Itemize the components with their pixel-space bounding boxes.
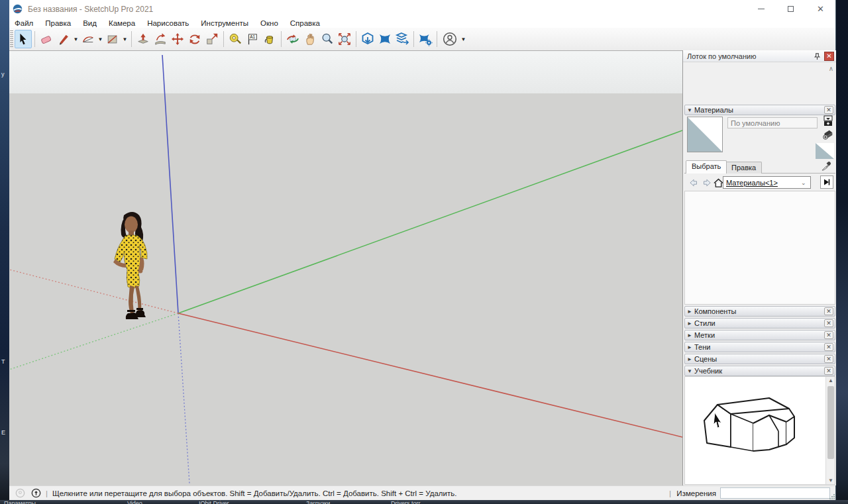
resize-grip[interactable]	[829, 494, 835, 499]
credits-info-icon[interactable]	[30, 488, 41, 499]
push-pull-tool-button[interactable]	[134, 30, 152, 48]
section-components[interactable]: ► Компоненты ✕	[684, 306, 835, 317]
materials-collection-combobox[interactable]: Материалы<1> ⌄	[723, 176, 811, 189]
rectangle-tool-dropdown[interactable]: ▼	[121, 30, 129, 48]
line-tool-dropdown[interactable]: ▼	[72, 30, 80, 48]
toolbar-separator	[131, 31, 132, 47]
viewport-canvas	[9, 51, 682, 485]
eyedropper-icon[interactable]	[822, 161, 831, 172]
taskbar-item[interactable]: Параметры	[4, 500, 36, 504]
account-button[interactable]	[440, 30, 460, 48]
section-close-button[interactable]: ✕	[824, 343, 833, 351]
taskbar-item[interactable]: Drivers.torr...	[391, 500, 425, 504]
extension-manager-button[interactable]	[417, 30, 434, 48]
measurements-input[interactable]	[720, 487, 830, 499]
menu-file[interactable]: Файл	[9, 19, 39, 27]
section-close-button[interactable]: ✕	[824, 355, 833, 363]
line-tool-button[interactable]	[55, 30, 72, 48]
material-preview[interactable]	[687, 117, 723, 152]
section-close-button[interactable]: ✕	[824, 307, 833, 315]
section-close-button[interactable]: ✕	[824, 319, 833, 327]
forward-arrow-icon[interactable]	[700, 177, 712, 189]
orbit-tool-button[interactable]	[284, 30, 301, 48]
text-tool-button[interactable]: A1	[244, 30, 261, 48]
combobox-value: Материалы<1>	[723, 179, 801, 187]
zoom-tool-button[interactable]	[319, 30, 336, 48]
arc-tool-dropdown[interactable]: ▼	[97, 30, 104, 48]
scroll-down-arrow-icon[interactable]: ▼	[826, 478, 835, 483]
eraser-tool-button[interactable]	[38, 30, 55, 48]
follow-me-tool-button[interactable]	[152, 30, 169, 48]
instructor-content: ▲ ▼	[684, 376, 835, 485]
tab-edit[interactable]: Правка	[725, 162, 762, 174]
send-to-layout-button[interactable]	[394, 30, 411, 48]
menu-edit[interactable]: Правка	[39, 19, 77, 27]
panel-scroll-up-icon[interactable]: ∧	[829, 65, 833, 72]
section-shadows[interactable]: ► Тени ✕	[684, 342, 835, 352]
section-styles[interactable]: ► Стили ✕	[684, 318, 835, 328]
move-tool-button[interactable]	[169, 30, 186, 48]
section-close-button[interactable]: ✕	[824, 106, 833, 114]
section-label: Сцены	[694, 355, 717, 363]
scale-tool-button[interactable]	[203, 30, 221, 48]
section-label: Тени	[694, 343, 710, 351]
details-arrow-button[interactable]	[820, 176, 833, 189]
select-tool-button[interactable]	[15, 30, 32, 48]
taskbar-sliver: Параметры Video IObit Driver Загрузки Dr…	[0, 500, 848, 504]
materials-nav: Материалы<1> ⌄	[684, 175, 835, 191]
material-name-field[interactable]: По умолчанию	[727, 117, 818, 128]
menu-draw[interactable]: Нарисовать	[141, 19, 195, 27]
menu-camera[interactable]: Камера	[103, 19, 141, 27]
secondary-pane-button[interactable]	[823, 115, 833, 128]
toolbar-drag-handle[interactable]	[10, 30, 13, 48]
toolbar-separator	[223, 31, 224, 47]
section-instructor[interactable]: ▼ Учебник ✕	[684, 366, 835, 376]
menu-tools[interactable]: Инструменты	[195, 19, 254, 27]
section-scenes[interactable]: ► Сцены ✕	[684, 354, 835, 364]
tape-measure-tool-button[interactable]	[227, 30, 244, 48]
tray-close-button[interactable]: ✕	[824, 52, 834, 61]
tab-select[interactable]: Выбрать	[686, 160, 727, 174]
title-bar[interactable]: Без названия - SketchUp Pro 2021 ✕	[9, 0, 835, 18]
menu-view[interactable]: Вид	[77, 19, 103, 27]
tray-header[interactable]: Лоток по умолчанию ✕	[683, 50, 836, 62]
desktop-right-sliver	[836, 0, 848, 504]
menu-window[interactable]: Окно	[254, 19, 284, 27]
3d-warehouse-button[interactable]	[359, 30, 376, 48]
toolbar-separator	[437, 31, 437, 47]
rectangle-tool-button[interactable]	[104, 30, 121, 48]
scroll-up-arrow-icon[interactable]: ▲	[826, 378, 835, 383]
expand-arrow-icon: ►	[685, 309, 694, 315]
menu-help[interactable]: Справка	[284, 19, 326, 27]
taskbar-item[interactable]: Video	[127, 500, 142, 504]
scrollbar-thumb[interactable]	[827, 386, 834, 459]
section-close-button[interactable]: ✕	[824, 367, 833, 375]
maximize-button[interactable]	[776, 0, 806, 18]
rotate-icon	[188, 32, 201, 46]
section-materials[interactable]: ▼ Материалы ✕	[684, 105, 835, 115]
3d-viewport[interactable]	[9, 51, 682, 485]
pan-tool-button[interactable]	[301, 30, 319, 48]
section-close-button[interactable]: ✕	[824, 331, 833, 339]
section-tags[interactable]: ► Метки ✕	[684, 330, 835, 340]
instructor-scrollbar[interactable]: ▲ ▼	[825, 377, 835, 484]
pin-icon[interactable]	[812, 52, 822, 61]
minimize-button[interactable]	[746, 0, 776, 18]
arc-tool-button[interactable]	[80, 30, 97, 48]
zoom-extents-tool-button[interactable]	[336, 30, 353, 48]
paint-bucket-tool-button[interactable]	[261, 30, 278, 48]
close-button[interactable]: ✕	[806, 0, 835, 18]
materials-list-area[interactable]	[684, 191, 835, 305]
back-arrow-icon[interactable]	[688, 177, 700, 189]
rotate-tool-button[interactable]	[186, 30, 203, 48]
sketchup-logo-icon	[13, 4, 23, 14]
taskbar-item[interactable]: IObit Driver	[199, 500, 229, 504]
desktop-icon-label: T	[1, 358, 5, 365]
geolocation-icon[interactable]	[15, 488, 25, 499]
instructor-house-image	[695, 389, 814, 475]
extension-warehouse-button[interactable]	[376, 30, 394, 48]
taskbar-item[interactable]: Загрузки	[306, 500, 330, 504]
menu-bar: Файл Правка Вид Камера Нарисовать Инстру…	[9, 18, 835, 28]
account-dropdown[interactable]: ▼	[460, 30, 467, 48]
create-material-button[interactable]	[822, 128, 834, 142]
